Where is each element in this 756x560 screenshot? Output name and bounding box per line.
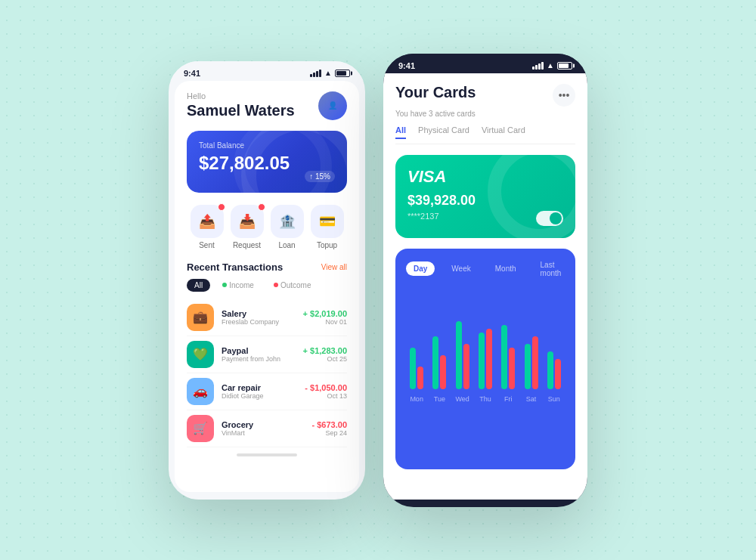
card-toggle[interactable] xyxy=(536,211,563,226)
salery-amount: + $2,019.00 xyxy=(303,309,347,318)
salery-name: Salery xyxy=(222,309,296,318)
topup-icon: 💳 xyxy=(311,205,344,238)
battery-icon-2 xyxy=(557,62,572,70)
bar-green-4 xyxy=(501,325,507,389)
visa-logo: VISA xyxy=(407,167,563,187)
transactions-title: Recent Transactions xyxy=(187,261,283,273)
cards-subtitle: You have 3 active cards xyxy=(395,110,575,118)
filter-income[interactable]: Income xyxy=(215,279,262,292)
grocery-right: - $673.00 Sep 24 xyxy=(312,420,347,437)
cards-header: Your Cards ••• xyxy=(395,84,575,107)
car-icon: 🚗 xyxy=(187,378,214,405)
chart-tab-day[interactable]: Day xyxy=(406,261,435,276)
chart-label-mon: Mon xyxy=(409,395,424,403)
status-bar-2: 9:41 ▲ xyxy=(383,54,587,73)
view-all-button[interactable]: View all xyxy=(321,263,347,271)
salery-date: Nov 01 xyxy=(303,318,347,326)
paypal-right: + $1,283.00 Oct 25 xyxy=(303,346,347,363)
car-info: Car repair Didiot Garage xyxy=(222,383,297,400)
grocery-sub: VinMart xyxy=(222,429,305,437)
bar-chart xyxy=(406,291,565,389)
loan-label: Loan xyxy=(278,241,295,249)
sent-label: Sent xyxy=(199,241,215,249)
chart-section: Day Week Month Last month MonTueWedThuFr… xyxy=(395,249,575,469)
home-indicator-2 xyxy=(455,480,516,483)
transaction-grocery[interactable]: 🛒 Grocery VinMart - $673.00 Sep 24 xyxy=(187,410,347,447)
greeting: Hello xyxy=(187,91,295,101)
bar-green-5 xyxy=(525,344,531,389)
bar-pair-3 xyxy=(479,306,492,389)
transaction-car[interactable]: 🚗 Car repair Didiot Garage - $1,050.00 O… xyxy=(187,373,347,410)
bar-pair-6 xyxy=(547,306,561,389)
action-sent[interactable]: 📤 Sent xyxy=(191,205,224,249)
chart-label-fri: Fri xyxy=(500,395,516,403)
paypal-name: Paypal xyxy=(222,346,296,355)
time-2: 9:41 xyxy=(398,61,415,70)
bar-group-mon xyxy=(409,291,424,389)
salery-info: Salery Freeslab Company xyxy=(222,309,296,326)
filter-all[interactable]: All xyxy=(187,279,210,292)
phone-1: 9:41 ▲ Hello Samuel Waters 👤 xyxy=(169,61,365,500)
chart-tab-month[interactable]: Month xyxy=(488,261,524,276)
transaction-salery[interactable]: 💼 Salery Freeslab Company + $2,019.00 No… xyxy=(187,299,347,336)
chart-label-wed: Wed xyxy=(455,395,470,403)
bar-group-wed xyxy=(455,291,470,389)
header-row: Hello Samuel Waters 👤 xyxy=(187,91,347,120)
user-info: Hello Samuel Waters xyxy=(187,91,295,119)
bar-green-2 xyxy=(456,321,462,389)
loan-icon: 🏦 xyxy=(271,205,304,238)
phone-1-body: Hello Samuel Waters 👤 Total Balance $27,… xyxy=(175,81,359,492)
phone-2-body: Your Cards ••• You have 3 active cards A… xyxy=(383,73,587,500)
tab-all[interactable]: All xyxy=(395,125,406,139)
time-1: 9:41 xyxy=(184,69,200,78)
signal-icon-2 xyxy=(532,62,544,70)
car-right: - $1,050.00 Oct 13 xyxy=(305,383,347,400)
status-icons-1: ▲ xyxy=(310,69,350,77)
bar-pair-0 xyxy=(410,306,423,389)
bar-red-3 xyxy=(486,329,492,389)
cards-title: Your Cards xyxy=(395,84,476,101)
home-indicator-1 xyxy=(237,453,297,456)
chart-tabs: Day Week Month Last month xyxy=(406,258,565,280)
car-date: Oct 13 xyxy=(305,392,347,400)
bar-red-1 xyxy=(440,355,446,389)
visa-amount: $39,928.00 xyxy=(407,193,563,209)
phone-2: 9:41 ▲ Your Cards ••• You have 3 active … xyxy=(383,54,587,507)
tab-virtual[interactable]: Virtual Card xyxy=(482,125,525,139)
chart-label-sun: Sun xyxy=(547,395,562,403)
tab-physical[interactable]: Physical Card xyxy=(418,125,469,139)
chart-tab-lastmonth[interactable]: Last month xyxy=(533,258,569,280)
topup-label: Topup xyxy=(317,241,337,249)
bottom-bar-2 xyxy=(395,474,575,489)
visa-card[interactable]: VISA $39,928.00 ****2137 xyxy=(395,155,575,238)
action-topup[interactable]: 💳 Topup xyxy=(311,205,344,249)
bottom-bar-1 xyxy=(187,447,347,463)
action-loan[interactable]: 🏦 Loan xyxy=(271,205,304,249)
bar-red-0 xyxy=(417,367,423,389)
transaction-list: 💼 Salery Freeslab Company + $2,019.00 No… xyxy=(187,299,347,447)
paypal-icon: 💚 xyxy=(187,341,214,368)
balance-card: Total Balance $27,802.05 ↑ 15% xyxy=(187,131,347,193)
wifi-icon: ▲ xyxy=(324,69,332,77)
transaction-paypal[interactable]: 💚 Paypal Payment from John + $1,283.00 O… xyxy=(187,336,347,373)
bar-group-thu xyxy=(478,291,493,389)
bar-group-sun xyxy=(547,291,562,389)
signal-icon xyxy=(310,70,321,77)
paypal-date: Oct 25 xyxy=(303,355,347,363)
bar-green-0 xyxy=(410,348,416,389)
user-name: Samuel Waters xyxy=(187,102,295,119)
request-icon: 📥 xyxy=(231,205,264,238)
transactions-header: Recent Transactions View all xyxy=(187,261,347,273)
salery-icon: 💼 xyxy=(187,304,214,331)
avatar[interactable]: 👤 xyxy=(318,91,347,120)
bar-red-4 xyxy=(509,348,515,389)
more-button[interactable]: ••• xyxy=(553,84,575,107)
chart-tab-week[interactable]: Week xyxy=(444,261,478,276)
bar-red-6 xyxy=(555,359,561,389)
request-label: Request xyxy=(233,241,261,249)
filter-outcome[interactable]: Outcome xyxy=(266,279,319,292)
paypal-amount: + $1,283.00 xyxy=(303,346,347,355)
toggle-circle xyxy=(550,212,562,224)
grocery-date: Sep 24 xyxy=(312,429,347,437)
action-request[interactable]: 📥 Request xyxy=(231,205,264,249)
